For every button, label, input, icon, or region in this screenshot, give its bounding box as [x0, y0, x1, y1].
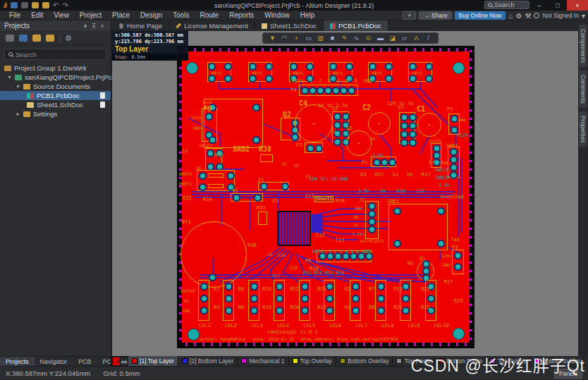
pcb-pad	[434, 146, 439, 151]
pcb-footprint-p3	[452, 250, 464, 274]
layer-tab-bottom[interactable]: [2] Bottom Layer	[178, 356, 237, 366]
tab-pcb[interactable]: PCB	[73, 357, 97, 367]
tab-properties[interactable]: Properties	[579, 111, 587, 147]
line-icon[interactable]: /	[423, 35, 434, 42]
tree-item-pcb1[interactable]: PCB1.PcbDoc	[0, 91, 111, 100]
layer-tab-bottom-overlay[interactable]: Bottom Overlay	[336, 356, 393, 366]
save-icon[interactable]	[11, 2, 18, 8]
open-folder-icon[interactable]	[32, 2, 39, 8]
pcb-pad	[202, 284, 207, 289]
home-icon[interactable]: ⌂	[508, 12, 513, 20]
tab-pcb1-pcbdoc[interactable]: PCB1.PcbDoc	[324, 20, 388, 31]
tree-item-project-group[interactable]: Project Group 1.DsnWrk	[0, 63, 111, 73]
redo-icon[interactable]: ↷	[62, 2, 68, 8]
polyline-icon[interactable]: ∿	[351, 35, 362, 42]
pcb-footprint-p4	[299, 85, 358, 96]
schematic-icon	[262, 23, 267, 29]
panel-pin-icon[interactable]: ⊼	[90, 23, 98, 30]
layer-tab-top[interactable]: [1] Top Layer	[128, 356, 178, 366]
layer-tab-mech1[interactable]: Mechanical 1	[238, 356, 288, 366]
via-icon[interactable]: ⊙	[363, 35, 374, 42]
save-project-icon[interactable]	[6, 35, 14, 42]
layer-scroll-left[interactable]: ◀	[121, 357, 124, 365]
pad-icon[interactable]: ▬	[375, 35, 386, 42]
tab-home-page[interactable]: Home Page	[112, 20, 169, 31]
comment-button[interactable]: +	[403, 11, 416, 20]
component-icon[interactable]: ◪	[387, 35, 398, 42]
mounting-hole	[188, 329, 200, 341]
panel-dropdown-icon[interactable]: ▾	[81, 23, 90, 30]
global-search-input[interactable]: Search	[484, 1, 529, 9]
grid-value: Grid: 0.5mm	[103, 369, 140, 377]
layer-set-button[interactable]: LS	[113, 357, 120, 365]
menu-window[interactable]: Window	[259, 11, 295, 19]
print-icon[interactable]	[21, 2, 28, 8]
pcb-footprint-y2	[231, 193, 263, 202]
undo-icon[interactable]: ↶	[53, 2, 59, 8]
maximize-button[interactable]: □	[549, 0, 567, 11]
trace-icon[interactable]: ✎	[339, 35, 350, 42]
tree-item-source-documents[interactable]: ▾Source Documents	[0, 82, 111, 91]
pcb-label: GND	[458, 118, 466, 122]
menu-view[interactable]: View	[49, 11, 74, 19]
graph-icon[interactable]: ▥	[315, 35, 326, 42]
compile-icon[interactable]	[19, 35, 27, 42]
menu-reports[interactable]: Reports	[224, 11, 259, 19]
share-button[interactable]: →Share	[419, 11, 451, 20]
tree-item-settings[interactable]: ▸Settings	[0, 109, 111, 118]
pcb-label: RX	[354, 215, 359, 219]
board-outline	[179, 343, 472, 346]
arc-icon[interactable]: ◠	[279, 35, 290, 42]
string-icon[interactable]: A	[411, 35, 422, 42]
open-document-icon[interactable]	[42, 2, 49, 8]
tab-sheet1-schdoc[interactable]: Sheet1.SchDoc	[255, 20, 324, 31]
menu-edit[interactable]: Edit	[26, 11, 48, 19]
caret-open-icon[interactable]: ▾	[7, 74, 12, 80]
panel-close-icon[interactable]: ×	[98, 23, 106, 30]
pcb-label: BOOT0	[179, 172, 192, 176]
tree-item-sheet1[interactable]: Sheet1.SchDoc	[0, 100, 111, 109]
close-button[interactable]: ×	[567, 0, 588, 11]
caret-closed-icon[interactable]: ▸	[16, 111, 20, 117]
menu-design[interactable]: Design	[135, 11, 167, 19]
layer-tab-top-overlay[interactable]: Top Overlay	[289, 356, 336, 366]
tab-license-management[interactable]: License Management	[169, 20, 255, 31]
menu-route[interactable]: Route	[195, 11, 224, 19]
gear-icon[interactable]: ⚙	[516, 12, 522, 20]
fill-icon[interactable]: ■	[327, 35, 338, 42]
tab-navigator[interactable]: Navigator	[35, 357, 73, 367]
pcb-footprint-p2	[305, 142, 323, 153]
pcb-capacitor-c2: +	[368, 112, 391, 135]
filter-icon[interactable]: ▼	[267, 35, 278, 42]
signin-caret-icon[interactable]: ▾	[582, 12, 585, 20]
tab-components[interactable]: Components	[579, 25, 587, 67]
hud-snap-value: Snap: 0.5mm	[112, 54, 188, 61]
sign-in-button[interactable]: Not Signed In	[542, 12, 579, 19]
crosshair-icon[interactable]: +	[291, 35, 302, 42]
tab-projects[interactable]: Projects	[0, 357, 35, 367]
project-settings-icon[interactable]: ⚙	[65, 35, 72, 42]
pcb-editor-canvas[interactable]: x:380.587 dx:380.587 mm y:223.796 dy:223…	[112, 31, 578, 356]
menu-help[interactable]: Help	[295, 11, 320, 19]
pcb-pad	[369, 204, 374, 209]
menu-file[interactable]: File	[4, 11, 25, 19]
tree-item-project[interactable]: ▾sanXiangQiPCBProject.PrjPcb	[0, 73, 111, 82]
menu-tools[interactable]: Tools	[168, 11, 194, 19]
projects-search-input[interactable]: Search	[4, 49, 106, 60]
tab-comments[interactable]: Comments	[579, 71, 587, 108]
add-document-icon[interactable]	[46, 35, 54, 42]
search-icon	[8, 52, 13, 56]
open-project-icon[interactable]	[32, 35, 41, 42]
menu-project[interactable]: Project	[75, 11, 106, 19]
minimize-button[interactable]: –	[530, 0, 549, 11]
pcb-board[interactable]: KEY1 KEY1 KEY1 KEY1 KEY1 KEY1 + + + +	[177, 46, 474, 348]
room-icon[interactable]: ▱	[399, 35, 410, 42]
menu-place[interactable]: Place	[107, 11, 135, 19]
pcb-label: C17	[272, 274, 280, 278]
tools-icon[interactable]: ⚒	[525, 12, 531, 20]
region-icon[interactable]: ▭	[303, 35, 314, 42]
cursor-position: X:380.587mm Y:224.045mm	[6, 369, 90, 377]
buy-online-button[interactable]: Buy Online Now	[455, 11, 506, 20]
caret-open-icon[interactable]: ▾	[16, 83, 20, 90]
layer-scroll-right[interactable]: ▶	[124, 357, 128, 365]
